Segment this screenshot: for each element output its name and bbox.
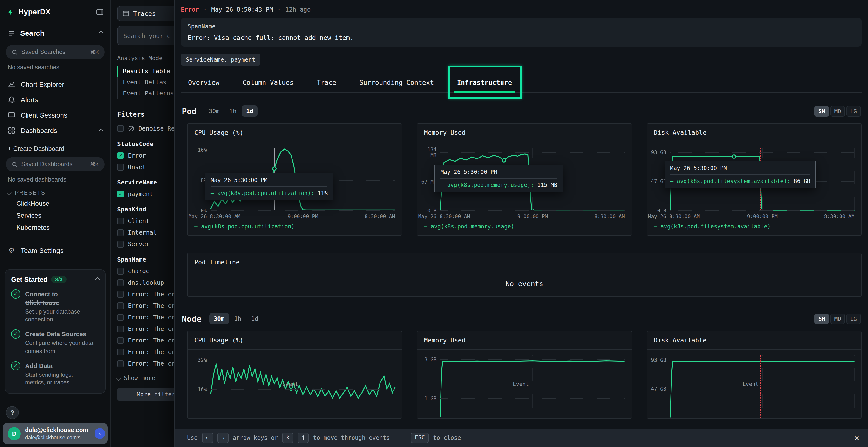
sidebar-item-dashboards[interactable]: Dashboards <box>0 123 111 138</box>
tab-infrastructure[interactable]: Infrastructure <box>456 71 513 93</box>
size-sm-button[interactable]: SM <box>815 313 829 324</box>
sidebar-item-alerts[interactable]: Alerts <box>0 92 111 107</box>
chart-tooltip: May 26 5:30:00 PM — avg(k8s.pod.memory.u… <box>435 165 563 193</box>
hyperdx-logo-icon[interactable] <box>7 8 14 16</box>
saved-dashboards-field[interactable] <box>21 161 87 168</box>
gridline <box>303 355 303 418</box>
range-30m-button[interactable]: 30m <box>209 313 229 324</box>
checkbox[interactable] <box>117 325 124 332</box>
brand-row: HyperDX <box>0 0 111 21</box>
saved-dashboards-input[interactable]: ⌘K <box>6 157 105 171</box>
saved-searches-field[interactable] <box>21 49 87 56</box>
checkbox[interactable] <box>117 241 124 247</box>
tab-surrounding-context[interactable]: Surrounding Context <box>359 71 435 93</box>
checkbox[interactable] <box>117 291 124 298</box>
checkbox[interactable] <box>117 314 124 320</box>
pod-timeline-card: Pod Timeline No events <box>187 253 862 297</box>
range-1d-button[interactable]: 1d <box>242 105 258 116</box>
chart-plot[interactable]: May 26 5:30:00 PM — avg(k8s.pod.memory.u… <box>440 148 625 210</box>
no-saved-searches-text: No saved searches <box>0 59 111 71</box>
checkbox-checked[interactable] <box>117 152 124 159</box>
footer-text: to close <box>433 435 461 441</box>
check-circle-icon: ✓ <box>11 289 20 299</box>
chart-plot[interactable]: May 26 5:30:00 PM — avg(k8s.pod.cpu.util… <box>211 148 395 210</box>
size-lg-button[interactable]: LG <box>846 106 861 116</box>
create-dashboard-button[interactable]: + Create Dashboard <box>0 138 111 153</box>
nav-label: Client Sessions <box>21 111 67 119</box>
preset-kubernetes[interactable]: Kubernetes <box>0 221 111 234</box>
y-tick-label: 134 MB <box>420 146 437 158</box>
range-1h-button[interactable]: 1h <box>225 105 241 116</box>
y-tick-label: 3 GB <box>420 356 437 362</box>
get-started-item[interactable]: ✓ Add Data Start sending logs, metrics, … <box>11 361 99 386</box>
event-header: Error · May 26 8:50:43 PM · 12h ago <box>181 6 862 13</box>
pod-timeline-empty: No events <box>188 271 861 296</box>
event-marker-label: Event <box>282 381 298 387</box>
close-icon[interactable]: × <box>855 433 860 443</box>
tab-column-values[interactable]: Column Values <box>242 71 294 93</box>
checkbox[interactable] <box>117 360 124 367</box>
tab-trace[interactable]: Trace <box>316 71 337 93</box>
saved-searches-input[interactable]: ⌘K <box>6 45 105 59</box>
get-started-item[interactable]: ✓ Connect to ClickHouse Set up your data… <box>11 289 99 323</box>
size-lg-button[interactable]: LG <box>846 313 861 324</box>
sidebar-item-team-settings[interactable]: ⚙ Team Settings <box>0 242 111 259</box>
service-name-chip[interactable]: ServiceName: payment <box>181 54 260 66</box>
chevron-up-icon <box>99 128 103 133</box>
node-memory-chart-card: Memory Used 3 GB1 GB Event <box>417 331 632 419</box>
get-started-item-subtitle: Configure where your data comes from <box>25 339 94 355</box>
pod-title: Pod <box>182 106 196 116</box>
size-md-button[interactable]: MD <box>831 313 845 324</box>
drawer-footer: Use ← → arrow keys or k j to move throug… <box>175 429 868 447</box>
gridline <box>855 355 855 418</box>
sidebar-item-chart-explorer[interactable]: Chart Explorer <box>0 77 111 92</box>
x-tick-label: 9:00:00 PM <box>518 213 548 219</box>
get-started-item[interactable]: ✓ Create Data Sources Configure where yo… <box>11 330 99 355</box>
relative-time: 12h ago <box>285 6 311 13</box>
help-button[interactable]: ? <box>6 406 19 419</box>
chart-plot[interactable]: Event <box>211 355 395 418</box>
tab-overview[interactable]: Overview <box>187 71 220 93</box>
chart-plot[interactable]: Event <box>670 355 855 418</box>
y-tick-label: 0 B <box>420 208 437 213</box>
checkbox[interactable] <box>117 337 124 344</box>
chart-plot[interactable]: Event <box>440 355 625 418</box>
checkbox[interactable] <box>117 164 124 170</box>
gridline <box>625 148 625 210</box>
get-started-card: Get Started 3/3 ✓ Connect to ClickHouse … <box>5 269 105 393</box>
checkbox[interactable] <box>117 268 124 274</box>
chart-tooltip: May 26 5:30:00 PM — avg(k8s.pod.filesyst… <box>664 161 816 188</box>
gridline <box>395 148 396 210</box>
denoise-icon <box>128 125 134 132</box>
checkbox[interactable] <box>117 348 124 355</box>
y-tick-label: 32% <box>190 357 207 363</box>
get-started-item-subtitle: Set up your database connection <box>25 308 94 323</box>
x-tick-label: May 26 8:30:00 AM <box>648 213 700 219</box>
size-sm-button[interactable]: SM <box>815 106 829 116</box>
search-section-header[interactable]: Search <box>0 21 111 41</box>
preset-clickhouse[interactable]: ClickHouse <box>0 198 111 209</box>
presets-header[interactable]: PRESETS <box>0 183 111 198</box>
user-menu[interactable]: D dale@clickhouse.com dale@clickhouse.co… <box>3 423 107 444</box>
checkbox[interactable] <box>117 229 124 236</box>
checkbox[interactable] <box>117 125 124 132</box>
checkbox[interactable] <box>117 217 124 224</box>
checkbox[interactable] <box>117 302 124 309</box>
get-started-header[interactable]: Get Started 3/3 <box>11 276 99 283</box>
sidebar-item-client-sessions[interactable]: Client Sessions <box>0 107 111 123</box>
checkbox-checked[interactable] <box>117 191 124 197</box>
x-tick-label: 8:30:00 AM <box>824 213 855 219</box>
range-1h-button[interactable]: 1h <box>230 313 246 324</box>
chart-plot[interactable]: May 26 5:30:00 PM — avg(k8s.pod.filesyst… <box>670 148 855 210</box>
preset-services[interactable]: Services <box>0 209 111 221</box>
collapse-sidebar-icon[interactable] <box>96 8 104 16</box>
checkbox[interactable] <box>117 279 124 286</box>
range-1d-button[interactable]: 1d <box>247 313 262 324</box>
search-section-label: Search <box>20 29 94 37</box>
range-30m-button[interactable]: 30m <box>204 105 224 116</box>
chart-title: CPU Usage (%) <box>188 332 402 350</box>
shortcut-badge: ⌘K <box>90 49 99 55</box>
gear-icon: ⚙ <box>8 246 16 255</box>
size-md-button[interactable]: MD <box>831 106 845 116</box>
chevron-right-circle-icon[interactable]: › <box>94 428 105 439</box>
